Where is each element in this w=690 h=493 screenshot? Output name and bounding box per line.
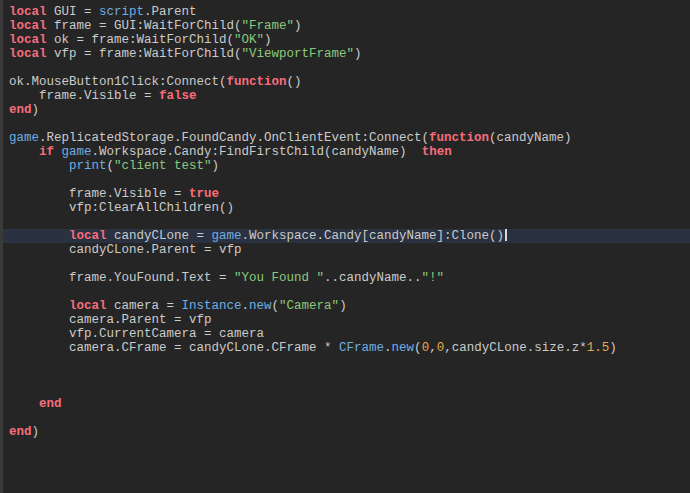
code-token: .Workspace.Candy[candyName]:Clone() [242,229,505,243]
code-token: .Workspace.Candy:FindFirstChild(candyNam… [92,145,422,159]
code-token: game [212,229,242,243]
code-line[interactable]: vfp:ClearAllChildren() [3,201,690,215]
code-token: vfp.CurrentCamera = camera [9,327,264,341]
code-line[interactable]: local frame = GUI:WaitForChild("Frame") [3,19,690,33]
code-line[interactable]: frame.Visible = false [3,89,690,103]
code-token [54,145,62,159]
code-token: . [242,299,250,313]
text-cursor [505,229,507,241]
code-token: .ReplicatedStorage.FoundCandy.OnClientEv… [39,131,429,145]
code-line[interactable]: end) [3,103,690,117]
code-token: "Camera" [279,299,339,313]
code-line[interactable]: vfp.CurrentCamera = camera [3,327,690,341]
code-line[interactable] [3,173,690,187]
code-token: frame = GUI:WaitForChild( [47,19,242,33]
code-token: end [39,397,62,411]
code-token: ( [272,299,280,313]
code-token: frame.YouFound.Text = [9,271,234,285]
code-token: new [392,341,415,355]
code-line[interactable]: local ok = frame:WaitForChild("OK") [3,33,690,47]
code-token: frame.Visible = [9,187,189,201]
code-line[interactable] [3,285,690,299]
code-token: ok = frame:WaitForChild( [47,33,235,47]
code-token: ) [354,47,362,61]
code-token: ( [414,341,422,355]
code-token: local [69,299,107,313]
code-token: camera = [107,299,182,313]
code-line[interactable] [3,257,690,271]
code-token: ) [264,33,272,47]
code-line[interactable] [3,383,690,397]
code-token: game [9,131,39,145]
code-token: "OK" [234,33,264,47]
code-token: candyCLone = [107,229,212,243]
code-token: script [99,5,144,19]
code-token: ..candyName.. [324,271,422,285]
code-line[interactable]: print("client test") [3,159,690,173]
code-token: ,candyCLone.size.z* [444,341,587,355]
code-line[interactable]: end [3,397,690,411]
code-line[interactable]: game.ReplicatedStorage.FoundCandy.OnClie… [3,131,690,145]
code-token: 1.5 [587,341,610,355]
code-token: "You Found " [234,271,324,285]
code-line[interactable] [3,369,690,383]
code-token: GUI = [47,5,100,19]
code-line[interactable]: frame.Visible = true [3,187,690,201]
code-token: "!" [422,271,445,285]
code-token: () [287,75,302,89]
script-editor: local GUI = script.Parentlocal frame = G… [0,0,690,493]
code-line[interactable]: camera.Parent = vfp [3,313,690,327]
code-token: local [69,229,107,243]
code-token: function [429,131,489,145]
code-line-current[interactable]: local candyCLone = game.Workspace.Candy[… [3,229,690,243]
code-token: local [9,5,47,19]
code-line[interactable]: candyCLone.Parent = vfp [3,243,690,257]
code-token: local [9,33,47,47]
code-area[interactable]: local GUI = script.Parentlocal frame = G… [3,0,690,493]
code-line[interactable] [3,411,690,425]
code-token [9,229,69,243]
code-line[interactable]: if game.Workspace.Candy:FindFirstChild(c… [3,145,690,159]
code-line[interactable]: end) [3,425,690,439]
code-token [9,145,39,159]
code-token: then [422,145,452,159]
code-token: true [189,187,219,201]
code-token: function [227,75,287,89]
code-line[interactable] [3,355,690,369]
code-token: ) [339,299,347,313]
code-token: CFrame [339,341,384,355]
code-token: , [429,341,437,355]
code-token: candyCLone.Parent = vfp [9,243,242,257]
code-token: vfp:ClearAllChildren() [9,201,234,215]
code-token: frame.Visible = [9,89,159,103]
code-line[interactable]: frame.YouFound.Text = "You Found "..cand… [3,271,690,285]
code-token: "client test" [114,159,212,173]
code-token: local [9,19,47,33]
code-token: print [69,159,107,173]
code-token: (candyName) [489,131,572,145]
code-line[interactable]: ok.MouseButton1Click:Connect(function() [3,75,690,89]
code-token: ) [294,19,302,33]
code-token: camera.CFrame = candyCLone.CFrame * [9,341,339,355]
code-token: game [62,145,92,159]
code-line[interactable]: local camera = Instance.new("Camera") [3,299,690,313]
code-token: end [9,425,32,439]
code-line[interactable]: camera.CFrame = candyCLone.CFrame * CFra… [3,341,690,355]
code-token [9,397,39,411]
code-token [9,159,69,173]
code-line[interactable]: local vfp = frame:WaitForChild("Viewport… [3,47,690,61]
code-token: new [249,299,272,313]
code-token: camera.Parent = vfp [9,313,212,327]
code-line[interactable] [3,215,690,229]
code-token: ( [107,159,115,173]
code-token: "ViewportFrame" [242,47,355,61]
code-token: if [39,145,54,159]
code-token: . [384,341,392,355]
code-token [9,299,69,313]
code-line[interactable] [3,117,690,131]
code-token: vfp = frame:WaitForChild( [47,47,242,61]
code-line[interactable] [3,61,690,75]
code-token: Instance [182,299,242,313]
code-token: local [9,47,47,61]
code-line[interactable]: local GUI = script.Parent [3,5,690,19]
